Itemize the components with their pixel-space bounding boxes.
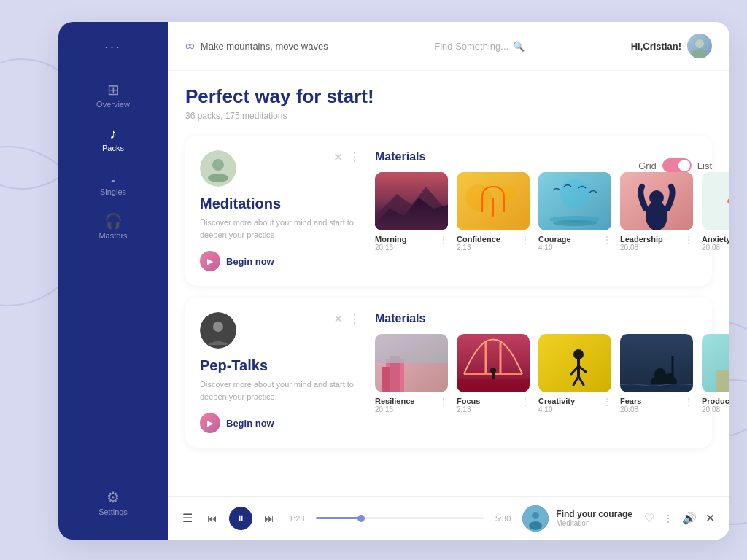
material-morning[interactable]: Morning 20:16 ⋮ xyxy=(375,172,448,252)
prev-button[interactable]: ⏮ xyxy=(204,510,220,527)
material-dots-confidence[interactable]: ⋮ xyxy=(521,235,530,245)
header: ∞ Make mountains, move waves Find Someth… xyxy=(168,22,729,71)
material-dots-focus[interactable]: ⋮ xyxy=(521,397,530,407)
material-time-anxiety: 20:08 xyxy=(702,244,729,252)
material-anxiety[interactable]: Anxiety 20:08 ⋮ xyxy=(702,172,729,252)
material-img-fears xyxy=(620,334,693,392)
material-dots-resilience[interactable]: ⋮ xyxy=(439,397,448,407)
material-name-creativity: Creativity xyxy=(538,397,575,405)
main-content: ∞ Make mountains, move waves Find Someth… xyxy=(168,22,729,540)
svg-rect-36 xyxy=(382,367,390,392)
sidebar: ... ⊞ Overview ♪ Packs ♩ Singles 🎧 Maste… xyxy=(58,22,168,540)
search-area[interactable]: Find Something... 🔍 xyxy=(434,41,525,52)
svg-point-17 xyxy=(646,201,667,230)
begin-label-meditations: Begin now xyxy=(226,256,274,267)
svg-point-32 xyxy=(213,322,223,332)
more-icon-meditations[interactable]: ⋮ xyxy=(349,150,360,164)
material-productivity[interactable]: Productivity 20:08 ⋮ xyxy=(702,334,729,413)
next-button[interactable]: ⏭ xyxy=(261,510,277,527)
material-info-courage: Courage 4:10 ⋮ xyxy=(538,235,611,252)
material-name-courage: Courage xyxy=(538,235,571,244)
material-name-morning: Morning xyxy=(375,235,406,244)
grid-label: Grid xyxy=(638,160,657,171)
materials-peptalks: Materials See all › xyxy=(375,312,729,433)
pack-info-peptalks: ✕ ⋮ Pep-Talks Discover more about your m… xyxy=(200,312,360,433)
material-fears[interactable]: Fears 20:08 ⋮ xyxy=(620,334,693,413)
track-name: Find your courage xyxy=(556,509,632,519)
material-img-morning xyxy=(375,172,448,230)
material-img-resilience xyxy=(375,334,448,392)
app-window: ... ⊞ Overview ♪ Packs ♩ Singles 🎧 Maste… xyxy=(58,22,729,540)
toggle-switch[interactable] xyxy=(662,158,692,173)
avatar[interactable] xyxy=(687,34,712,58)
svg-point-9 xyxy=(465,184,492,211)
material-creativity[interactable]: Creativity 4:10 ⋮ xyxy=(538,334,611,413)
svg-point-64 xyxy=(529,521,542,530)
settings-icon: ⚙ xyxy=(107,490,120,505)
material-confidence[interactable]: Confidence 2:13 ⋮ xyxy=(457,172,530,252)
sidebar-menu-dots: ... xyxy=(104,36,122,52)
more-icon-peptalks[interactable]: ⋮ xyxy=(349,312,360,326)
material-resilience[interactable]: Resilience 20:16 ⋮ xyxy=(375,334,448,413)
sidebar-item-masters[interactable]: 🎧 Masters xyxy=(58,205,168,249)
material-dots-fears[interactable]: ⋮ xyxy=(684,397,693,407)
begin-button-meditations[interactable]: ▶ Begin now xyxy=(200,251,274,271)
progress-bar[interactable] xyxy=(316,517,483,519)
begin-label-peptalks: Begin now xyxy=(226,418,274,429)
material-name-fears: Fears xyxy=(620,397,641,405)
pack-name-peptalks: Pep-Talks xyxy=(200,357,360,374)
close-icon-peptalks[interactable]: ✕ xyxy=(333,312,343,326)
sidebar-item-singles[interactable]: ♩ Singles xyxy=(58,161,168,205)
material-img-courage xyxy=(538,172,611,230)
material-dots-leadership[interactable]: ⋮ xyxy=(684,235,693,245)
svg-point-3 xyxy=(212,159,224,171)
material-time-productivity: 20:08 xyxy=(702,405,729,413)
pause-button[interactable]: ⏸ xyxy=(229,507,252,530)
scroll-area[interactable]: ✕ ⋮ Meditations Discover more about your… xyxy=(168,128,729,540)
player-thumb xyxy=(522,505,549,532)
material-img-confidence xyxy=(457,172,530,230)
player-more-icon[interactable]: ⋮ xyxy=(663,513,673,524)
view-toggle[interactable]: Grid List xyxy=(638,158,712,173)
user-greeting: Hi,Cristian! xyxy=(631,41,681,52)
svg-rect-19 xyxy=(702,172,729,230)
material-img-leadership xyxy=(620,172,693,230)
material-courage[interactable]: Courage 4:10 ⋮ xyxy=(538,172,611,252)
materials-grid-meditations: Morning 20:16 ⋮ xyxy=(375,172,729,252)
material-leadership[interactable]: Leadership 20:08 ⋮ xyxy=(620,172,693,252)
material-time-focus: 2:13 xyxy=(457,405,480,413)
player-close-icon[interactable]: ✕ xyxy=(705,511,715,525)
material-dots-courage[interactable]: ⋮ xyxy=(603,235,611,245)
material-focus[interactable]: Focus 2:13 ⋮ xyxy=(457,334,530,413)
packs-icon: ♪ xyxy=(109,126,117,141)
sidebar-label-settings: Settings xyxy=(98,508,128,516)
sidebar-item-packs[interactable]: ♪ Packs xyxy=(58,117,168,161)
material-info-leadership: Leadership 20:08 ⋮ xyxy=(620,235,693,252)
svg-point-4 xyxy=(208,174,228,182)
material-time-confidence: 2:13 xyxy=(457,244,500,252)
materials-title-meditations: Materials xyxy=(375,150,425,163)
pack-card-peptalks: ✕ ⋮ Pep-Talks Discover more about your m… xyxy=(185,298,712,448)
material-dots-morning[interactable]: ⋮ xyxy=(439,235,448,245)
material-dots-creativity[interactable]: ⋮ xyxy=(603,397,611,407)
sidebar-label-masters: Masters xyxy=(98,231,127,240)
volume-icon[interactable]: 🔊 xyxy=(682,511,697,525)
close-icon-meditations[interactable]: ✕ xyxy=(333,150,343,164)
sidebar-label-overview: Overview xyxy=(96,100,130,109)
track-info: Find your courage Meditation xyxy=(556,509,632,527)
playlist-icon[interactable]: ☰ xyxy=(182,511,193,525)
pack-name-meditations: Meditations xyxy=(200,195,360,212)
begin-button-peptalks[interactable]: ▶ Begin now xyxy=(200,413,274,433)
svg-point-10 xyxy=(499,185,516,203)
pack-avatar-peptalks xyxy=(200,312,236,349)
infinity-icon: ∞ xyxy=(185,39,195,54)
heart-icon[interactable]: ♡ xyxy=(644,511,654,525)
material-img-productivity xyxy=(702,334,729,392)
sidebar-item-overview[interactable]: ⊞ Overview xyxy=(58,74,168,117)
svg-point-55 xyxy=(654,368,666,380)
material-name-anxiety: Anxiety xyxy=(702,235,729,244)
search-placeholder-text: Find Something... xyxy=(434,41,508,52)
material-name-confidence: Confidence xyxy=(457,235,500,244)
svg-point-18 xyxy=(649,190,664,205)
sidebar-item-settings[interactable]: ⚙ Settings xyxy=(58,481,168,525)
